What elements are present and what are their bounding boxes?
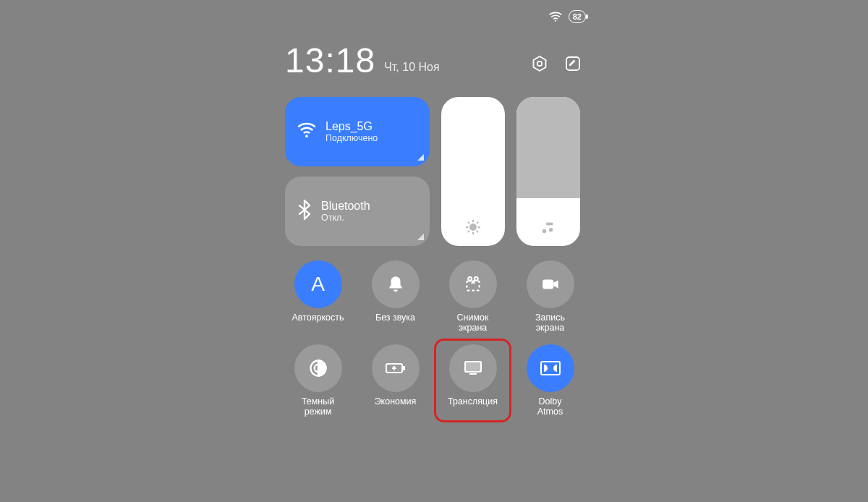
quick-tile-label: Без звука — [375, 312, 415, 334]
wifi-tile[interactable]: Leps_5G Подключено — [285, 97, 430, 166]
quick-tile-mute[interactable]: Без звука — [364, 260, 427, 334]
svg-point-4 — [470, 224, 476, 230]
volume-empty-region — [516, 97, 580, 198]
expand-indicator-icon — [417, 234, 424, 240]
battery-indicator: 82 — [569, 10, 586, 23]
quick-tile-screenshot[interactable]: Снимок экрана — [441, 260, 504, 334]
brightness-icon — [441, 218, 505, 236]
music-icon — [516, 220, 580, 236]
date: Чт, 10 Ноя — [384, 61, 521, 78]
snip-icon — [449, 260, 497, 308]
svg-rect-13 — [403, 366, 405, 370]
quick-tile-label: Трансляция — [448, 396, 498, 418]
quick-tile-dark-mode[interactable]: Темный режим — [286, 344, 349, 418]
cast-icon — [449, 344, 497, 392]
expand-indicator-icon — [417, 154, 424, 161]
quick-tile-label: Темный режим — [302, 396, 334, 418]
svg-rect-9 — [542, 280, 553, 289]
letter-a-icon: A — [294, 260, 342, 308]
svg-rect-14 — [465, 362, 481, 372]
edit-button[interactable] — [563, 54, 583, 74]
svg-point-3 — [305, 135, 308, 137]
volume-slider[interactable] — [516, 97, 580, 246]
brightness-slider[interactable] — [441, 97, 505, 246]
control-center-panel: 82 13:18 Чт, 10 Ноя — [275, 7, 593, 425]
quick-tile-label: Автояркость — [292, 312, 344, 334]
quick-tile-screen-record[interactable]: Запись экрана — [519, 260, 582, 334]
quick-tiles-grid: AАвтояркостьБез звукаСнимок экранаЗапись… — [275, 259, 593, 425]
bluetooth-name: Bluetooth — [321, 200, 370, 213]
quick-tile-cast[interactable]: Трансляция — [441, 344, 504, 418]
quick-tile-battery-saver[interactable]: Экономия — [364, 344, 427, 418]
header: 13:18 Чт, 10 Ноя — [275, 30, 593, 91]
quick-tile-label: Экономия — [375, 396, 417, 418]
bluetooth-icon — [297, 200, 312, 223]
bell-icon — [372, 260, 420, 308]
quick-tile-label: Запись экрана — [535, 312, 565, 334]
clock: 13:18 — [285, 43, 375, 78]
quick-tile-dolby[interactable]: Dolby Atmos — [519, 344, 582, 418]
wifi-name: Leps_5G — [326, 120, 378, 133]
camera-icon — [527, 260, 574, 308]
wifi-status: Подключено — [326, 133, 378, 143]
quick-tile-label: Dolby Atmos — [537, 396, 563, 418]
quick-tile-auto-brightness[interactable]: AАвтояркость — [286, 260, 349, 334]
contrast-icon — [294, 344, 342, 392]
dolby-icon — [527, 344, 574, 392]
wifi-icon — [297, 122, 317, 142]
status-bar: 82 — [275, 7, 593, 30]
svg-rect-5 — [546, 223, 553, 226]
battery-plus-icon — [372, 344, 420, 392]
bluetooth-tile[interactable]: Bluetooth Откл. — [285, 176, 430, 246]
settings-button[interactable] — [529, 54, 550, 74]
quick-tile-label: Снимок экрана — [457, 312, 489, 334]
wifi-status-icon — [548, 11, 563, 22]
svg-rect-16 — [541, 362, 560, 375]
bluetooth-status: Откл. — [321, 213, 370, 223]
svg-point-1 — [537, 61, 542, 66]
svg-point-0 — [555, 20, 556, 22]
battery-percent: 82 — [573, 12, 582, 21]
